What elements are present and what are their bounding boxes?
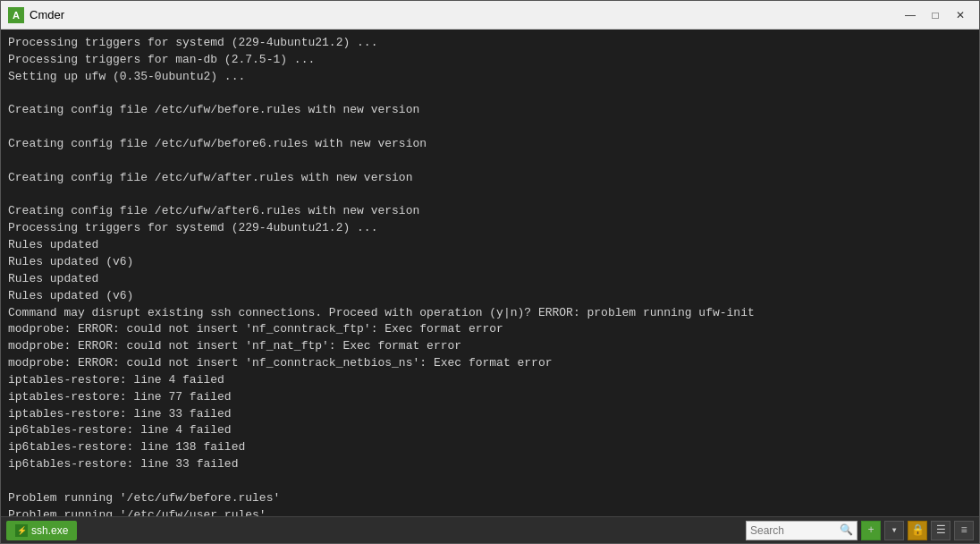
window: A Cmder — □ ✕ Processing triggers for sy…	[0, 0, 980, 544]
terminal-line: ip6tables-restore: line 138 failed	[8, 439, 972, 456]
terminal-line: Setting up ufw (0.35-0ubuntu2) ...	[8, 69, 972, 86]
terminal-line-empty	[8, 153, 972, 170]
terminal-line: modprobe: ERROR: could not insert 'nf_co…	[8, 321, 972, 338]
window-controls: — □ ✕	[899, 5, 972, 25]
terminal-line: Problem running '/etc/ufw/user.rules'	[8, 507, 972, 516]
terminal-line: iptables-restore: line 4 failed	[8, 372, 972, 389]
search-box[interactable]: 🔍	[746, 521, 858, 540]
terminal-line: Creating config file /etc/ufw/after.rule…	[8, 170, 972, 187]
terminal-line: iptables-restore: line 77 failed	[8, 389, 972, 406]
settings-button[interactable]: 🔒	[908, 521, 927, 540]
terminal-line: Processing triggers for systemd (229-4ub…	[8, 35, 972, 52]
terminal-line: Processing triggers for systemd (229-4ub…	[8, 220, 972, 237]
terminal-line: modprobe: ERROR: could not insert 'nf_co…	[8, 355, 972, 372]
terminal-line: Rules updated	[8, 271, 972, 288]
maximize-button[interactable]: □	[924, 5, 947, 25]
terminal-line: Rules updated (v6)	[8, 254, 972, 271]
title-bar: A Cmder — □ ✕	[1, 1, 979, 30]
app-icon: A	[8, 7, 24, 23]
terminal-line-empty	[8, 187, 972, 204]
status-bar: ⚡ ssh.exe 🔍 + ▾ 🔒 ☰ ≡	[1, 516, 979, 543]
terminal-line: Creating config file /etc/ufw/after6.rul…	[8, 203, 972, 220]
search-input[interactable]	[750, 524, 840, 537]
terminal-line: Problem running '/etc/ufw/before.rules'	[8, 490, 972, 507]
terminal-line: Rules updated	[8, 237, 972, 254]
tab-ssh[interactable]: ⚡ ssh.exe	[6, 521, 77, 540]
search-icon[interactable]: 🔍	[840, 523, 853, 537]
terminal-line: Creating config file /etc/ufw/before6.ru…	[8, 136, 972, 153]
terminal-line-empty	[8, 86, 972, 103]
terminal-line: iptables-restore: line 33 failed	[8, 406, 972, 423]
tab-label: ssh.exe	[31, 524, 68, 537]
terminal-line-empty	[8, 119, 972, 136]
terminal-line: Processing triggers for man-db (2.7.5-1)…	[8, 52, 972, 69]
minimize-button[interactable]: —	[899, 5, 922, 25]
terminal-line: modprobe: ERROR: could not insert 'nf_na…	[8, 338, 972, 355]
status-bar-right: 🔍 + ▾ 🔒 ☰ ≡	[746, 521, 974, 540]
terminal-line-empty	[8, 473, 972, 490]
terminal-line: Rules updated (v6)	[8, 288, 972, 305]
add-tab-button[interactable]: +	[861, 521, 881, 540]
view-button[interactable]: ☰	[931, 521, 950, 540]
close-button[interactable]: ✕	[949, 5, 972, 25]
dropdown-button[interactable]: ▾	[884, 521, 904, 540]
terminal-line: ip6tables-restore: line 33 failed	[8, 456, 972, 473]
terminal-output: Processing triggers for systemd (229-4ub…	[1, 30, 979, 516]
menu-button[interactable]: ≡	[954, 521, 974, 540]
terminal-text: Processing triggers for systemd (229-4ub…	[8, 35, 972, 516]
terminal-line: Command may disrupt existing ssh connect…	[8, 305, 972, 322]
tab-icon: ⚡	[15, 524, 28, 537]
terminal-line: Creating config file /etc/ufw/before.rul…	[8, 102, 972, 119]
window-title: Cmder	[30, 8, 899, 21]
terminal-line: ip6tables-restore: line 4 failed	[8, 422, 972, 439]
